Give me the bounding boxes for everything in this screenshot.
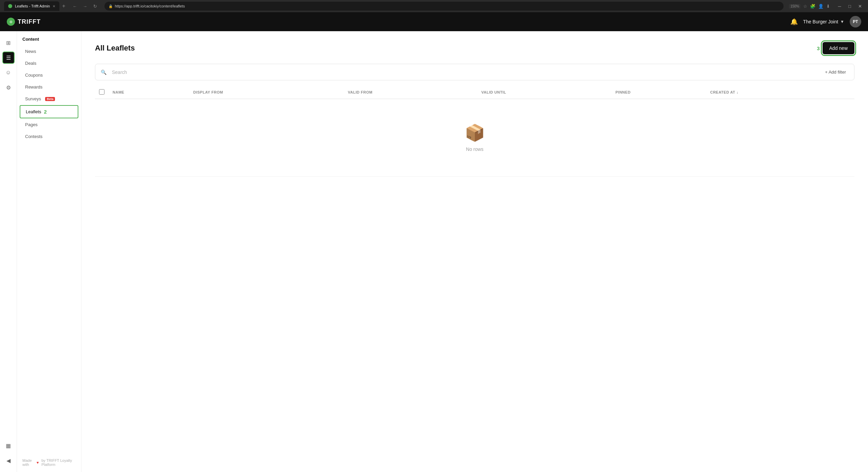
logo-text: TRIFFT (18, 18, 41, 25)
th-created-at-label: CREATED AT ↓ (710, 90, 738, 94)
zoom-level: 150% (789, 4, 801, 8)
sidebar-item-coupons[interactable]: Coupons (20, 70, 78, 81)
app: ⊙ TRIFFT 🔔 The Burger Joint ▼ PT ⊞ ☰ ☺ ⚙… (0, 12, 868, 472)
table-header: NAME DISPLAY FROM VALID FROM VALID UNTIL (95, 86, 854, 99)
restore-button[interactable]: □ (846, 2, 854, 10)
close-button[interactable]: ✕ (856, 2, 864, 10)
sidebar-icon-grid[interactable]: ⊞ (2, 37, 15, 49)
sidebar-item-coupons-label: Coupons (25, 73, 43, 78)
window-controls: ─ □ ✕ (835, 2, 864, 10)
select-all-checkbox[interactable] (99, 89, 104, 95)
sidebar-item-leaflets-label: Leaflets (26, 109, 41, 114)
filter-bar: 🔍 + Add filter (95, 64, 854, 80)
main-layout: ⊞ ☰ ☺ ⚙ ▦ ◀ Content News Deals Coupons R… (0, 31, 868, 472)
sidebar-item-pages[interactable]: Pages (20, 119, 78, 130)
heart-icon: ♥ (37, 460, 39, 465)
th-valid-until: VALID UNTIL (477, 86, 612, 99)
add-filter-button[interactable]: + Add filter (822, 68, 849, 76)
sidebar-item-deals[interactable]: Deals (20, 58, 78, 69)
beta-badge: Beta (45, 97, 55, 101)
forward-button[interactable]: → (81, 2, 89, 10)
footer-sub: by TRIFFT Loyalty Platform (41, 458, 76, 467)
top-nav: ⊙ TRIFFT 🔔 The Burger Joint ▼ PT (0, 12, 868, 31)
empty-label: No rows (99, 146, 850, 152)
th-display-from-label: DISPLAY FROM (193, 90, 223, 94)
sidebar-icon-content[interactable]: ☰ (2, 52, 15, 64)
url-display: https://app.trifft.io/cacitokiy/content/… (115, 4, 779, 8)
sidebar-item-news-label: News (25, 49, 36, 54)
extensions-icon[interactable]: 🧩 (810, 4, 815, 9)
notification-bell-icon[interactable]: 🔔 (790, 18, 798, 25)
sidebar-icon-chart[interactable]: ▦ (2, 439, 15, 452)
sidebar-item-surveys[interactable]: Surveys Beta (20, 93, 78, 104)
sidebar-item-rewards[interactable]: Rewards (20, 81, 78, 93)
th-valid-from-label: VALID FROM (348, 90, 373, 94)
footer-text: Made with (22, 458, 35, 467)
th-valid-until-label: VALID UNTIL (481, 90, 506, 94)
sidebar-item-rewards-label: Rewards (25, 84, 42, 90)
sidebar-item-contests-label: Contests (25, 134, 42, 139)
new-tab-button[interactable]: + (59, 3, 68, 9)
th-checkbox (95, 86, 109, 99)
th-pinned-label: PINNED (616, 90, 631, 94)
logo-icon: ⊙ (7, 18, 15, 26)
address-bar[interactable]: 🔒 https://app.trifft.io/cacitokiy/conten… (104, 2, 784, 11)
content-area: All Leaflets 3 Add new 🔍 + Add filter (81, 31, 868, 472)
minimize-button[interactable]: ─ (835, 2, 844, 10)
empty-state: 📦 No rows (99, 103, 850, 172)
brand-chevron-icon: ▼ (840, 19, 844, 24)
tab-favicon (8, 4, 12, 8)
account-icon[interactable]: 👤 (818, 4, 824, 9)
sidebar-icon-smile[interactable]: ☺ (2, 66, 15, 79)
browser-chrome: Leaflets - Trifft Admin ✕ + ← → ↻ 🔒 http… (0, 0, 868, 12)
sort-arrow-icon: ↓ (737, 91, 739, 94)
browser-right-icons: 150% ☆ 🧩 👤 ⬇ (789, 4, 830, 9)
active-tab[interactable]: Leaflets - Trifft Admin ✕ (4, 1, 59, 11)
sidebar-item-contests[interactable]: Contests (20, 131, 78, 142)
bookmark-icon[interactable]: ☆ (803, 4, 807, 9)
sidebar-nav: Content News Deals Coupons Rewards Surve… (17, 31, 81, 472)
page-title: All Leaflets (95, 44, 817, 53)
th-pinned: PINNED (612, 86, 706, 99)
step-3-badge: 3 (817, 45, 819, 51)
tab-close-icon[interactable]: ✕ (53, 4, 55, 8)
sidebar-icon-bottom-group: ▦ ◀ (2, 439, 15, 467)
browser-controls: ← → ↻ (71, 2, 99, 10)
sidebar-item-pages-label: Pages (25, 122, 38, 127)
sidebar-item-news[interactable]: News (20, 46, 78, 57)
sidebar-item-deals-label: Deals (25, 61, 36, 66)
brand-name: The Burger Joint (803, 19, 838, 24)
th-created-at[interactable]: CREATED AT ↓ (706, 86, 854, 99)
tab-label: Leaflets - Trifft Admin (15, 4, 50, 8)
download-icon[interactable]: ⬇ (826, 4, 830, 9)
sidebar-section-title: Content (17, 37, 81, 46)
page-header: All Leaflets 3 Add new (95, 42, 854, 54)
back-button[interactable]: ← (71, 2, 79, 10)
sidebar-item-surveys-label: Surveys (25, 96, 41, 101)
brand-selector[interactable]: The Burger Joint ▼ (803, 19, 844, 24)
sidebar-icon-rail: ⊞ ☰ ☺ ⚙ ▦ ◀ (0, 31, 17, 472)
search-input[interactable] (112, 70, 817, 75)
reload-button[interactable]: ↻ (91, 2, 99, 10)
sidebar-icon-gear[interactable]: ⚙ (2, 81, 15, 94)
data-table: NAME DISPLAY FROM VALID FROM VALID UNTIL (95, 86, 854, 177)
add-new-button[interactable]: Add new (823, 42, 854, 54)
avatar[interactable]: PT (850, 16, 861, 27)
sidebar-icon-back[interactable]: ◀ (2, 454, 15, 467)
sidebar-item-leaflets[interactable]: Leaflets 2 (20, 105, 78, 118)
sidebar-footer: Made with ♥ by TRIFFT Loyalty Platform (17, 453, 81, 472)
browser-tabs: Leaflets - Trifft Admin ✕ + (4, 0, 68, 12)
empty-state-row: 📦 No rows (95, 99, 854, 177)
th-display-from: DISPLAY FROM (189, 86, 344, 99)
th-name-label: NAME (113, 90, 124, 94)
table-header-row: NAME DISPLAY FROM VALID FROM VALID UNTIL (95, 86, 854, 99)
table-body: 📦 No rows (95, 99, 854, 177)
step-2-label: 2 (44, 109, 47, 115)
th-valid-from: VALID FROM (344, 86, 478, 99)
logo: ⊙ TRIFFT (7, 18, 41, 26)
empty-box-icon: 📦 (99, 123, 850, 142)
th-name: NAME (109, 86, 189, 99)
search-icon: 🔍 (101, 70, 107, 75)
